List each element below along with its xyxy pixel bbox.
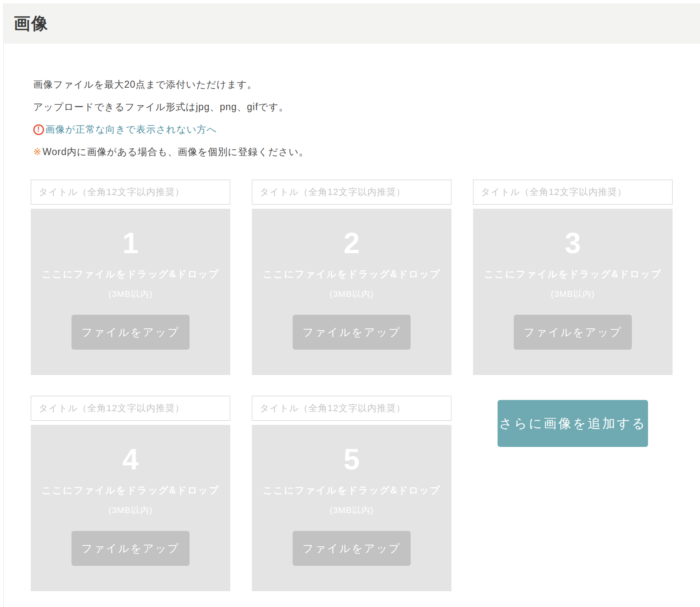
size-limit: (3MB以内) (330, 288, 374, 300)
note-text: Word内に画像がある場合も、画像を個別に登録ください。 (42, 146, 308, 158)
slot-number: 5 (344, 445, 360, 474)
size-limit: (3MB以内) (108, 288, 153, 300)
title-input-4[interactable] (31, 396, 230, 421)
upload-file-button-1[interactable]: ファイルをアップ (71, 315, 190, 350)
upload-file-button-4[interactable]: ファイルをアップ (71, 531, 190, 566)
size-limit: (3MB以内) (108, 504, 153, 516)
upload-slot-3: 3 ここにファイルをドラッグ&ドロップ (3MB以内) ファイルをアップ (473, 180, 673, 375)
dropzone-1[interactable]: 1 ここにファイルをドラッグ&ドロップ (3MB以内) ファイルをアップ (31, 209, 230, 375)
drop-hint: ここにファイルをドラッグ&ドロップ (263, 484, 440, 497)
intro-line-max-files: 画像ファイルを最大20点まで添付いただけます。 (33, 79, 700, 90)
slot-number: 3 (565, 229, 581, 258)
alert-circle-icon: ! (33, 124, 44, 135)
note-marker: ※ (33, 146, 42, 158)
orientation-help-link[interactable]: ! 画像が正常な向きで表示されない方へ (33, 124, 217, 135)
drop-hint: ここにファイルをドラッグ&ドロップ (484, 268, 661, 281)
title-input-1[interactable] (31, 180, 230, 205)
title-input-2[interactable] (252, 180, 451, 205)
add-more-images-button[interactable]: さらに画像を追加する (498, 400, 648, 447)
drop-hint: ここにファイルをドラッグ&ドロップ (42, 268, 219, 281)
image-upload-section: 画像 画像ファイルを最大20点まで添付いただけます。 アップロードできるファイル… (3, 3, 700, 607)
dropzone-5[interactable]: 5 ここにファイルをドラッグ&ドロップ (3MB以内) ファイルをアップ (252, 425, 451, 591)
upload-slot-2: 2 ここにファイルをドラッグ&ドロップ (3MB以内) ファイルをアップ (252, 180, 451, 375)
slot-number: 1 (123, 229, 139, 258)
page-title: 画像 (14, 12, 49, 35)
orientation-help-link-label: 画像が正常な向きで表示されない方へ (45, 124, 217, 135)
dropzone-4[interactable]: 4 ここにファイルをドラッグ&ドロップ (3MB以内) ファイルをアップ (31, 425, 230, 591)
size-limit: (3MB以内) (330, 504, 374, 516)
upload-slot-4: 4 ここにファイルをドラッグ&ドロップ (3MB以内) ファイルをアップ (31, 396, 230, 591)
intro-line-formats: アップロードできるファイル形式はjpg、png、gifです。 (33, 101, 700, 113)
section-header: 画像 (4, 3, 700, 44)
drop-hint: ここにファイルをドラッグ&ドロップ (263, 268, 440, 281)
title-input-3[interactable] (473, 180, 673, 205)
upload-slot-1: 1 ここにファイルをドラッグ&ドロップ (3MB以内) ファイルをアップ (31, 180, 230, 375)
slot-number: 2 (344, 229, 360, 258)
dropzone-2[interactable]: 2 ここにファイルをドラッグ&ドロップ (3MB以内) ファイルをアップ (252, 209, 451, 375)
slot-number: 4 (123, 445, 139, 474)
word-note-line: ※ Word内に画像がある場合も、画像を個別に登録ください。 (33, 146, 700, 158)
add-more-cell: さらに画像を追加する (473, 396, 673, 591)
drop-hint: ここにファイルをドラッグ&ドロップ (42, 484, 219, 497)
upload-slot-5: 5 ここにファイルをドラッグ&ドロップ (3MB以内) ファイルをアップ (252, 396, 451, 591)
size-limit: (3MB以内) (551, 288, 595, 300)
upload-grid: 1 ここにファイルをドラッグ&ドロップ (3MB以内) ファイルをアップ 2 こ… (31, 180, 700, 591)
dropzone-3[interactable]: 3 ここにファイルをドラッグ&ドロップ (3MB以内) ファイルをアップ (473, 209, 673, 375)
intro-text-block: 画像ファイルを最大20点まで添付いただけます。 アップロードできるファイル形式は… (33, 79, 700, 158)
upload-file-button-2[interactable]: ファイルをアップ (293, 315, 411, 350)
upload-file-button-3[interactable]: ファイルをアップ (514, 315, 632, 350)
title-input-5[interactable] (252, 396, 451, 421)
upload-file-button-5[interactable]: ファイルをアップ (293, 531, 411, 566)
